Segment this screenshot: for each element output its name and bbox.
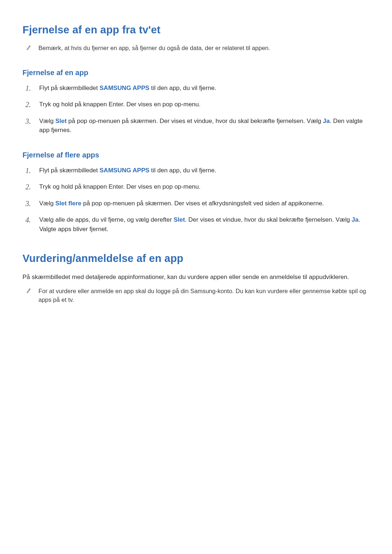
steps-remove-multiple-apps: Flyt på skærmbilledet SAMSUNG APPS til d… (25, 166, 369, 234)
subheading-remove-one-app: Fjernelse af en app (23, 69, 369, 77)
inline-keyword-slet: Slet (173, 216, 185, 223)
step-text: Flyt på skærmbilledet (39, 167, 99, 174)
step-text: Vælg alle de apps, du vil fjerne, og væl… (39, 216, 173, 223)
section-heading-rate-app: Vurdering/anmeldelse af en app (23, 253, 369, 264)
step-item: Flyt på skærmbilledet SAMSUNG APPS til d… (25, 166, 369, 175)
step-item: Vælg Slet på pop op-menuen på skærmen. D… (25, 116, 369, 135)
step-item: Tryk og hold på knappen Enter. Der vises… (25, 100, 369, 109)
step-text: til den app, du vil fjerne. (150, 85, 216, 91)
inline-keyword-slet-flere: Slet flere (55, 200, 81, 207)
step-text: . Der vises et vindue, hvor du skal bekr… (185, 216, 352, 223)
note-rate-app: For at vurdere eller anmelde en app skal… (25, 287, 369, 304)
inline-keyword-samsung-apps: SAMSUNG APPS (99, 85, 149, 91)
pencil-icon (25, 287, 32, 294)
note-text: Bemærk, at hvis du fjerner en app, så fj… (38, 44, 369, 53)
step-item: Flyt på skærmbilledet SAMSUNG APPS til d… (25, 83, 369, 93)
subheading-remove-multiple-apps: Fjernelse af flere apps (23, 151, 369, 159)
document-page: Fjernelse af en app fra tv'et Bemærk, at… (0, 0, 392, 554)
step-text: på pop op-menuen på skærmen. Der vises e… (81, 200, 324, 207)
note-text: For at vurdere eller anmelde en app skal… (38, 287, 369, 304)
step-text: til den app, du vil fjerne. (150, 167, 216, 174)
steps-remove-one-app: Flyt på skærmbilledet SAMSUNG APPS til d… (25, 83, 369, 135)
step-text: Vælg (39, 200, 55, 207)
step-text: Vælg (39, 118, 55, 124)
inline-keyword-ja: Ja (323, 118, 330, 124)
step-text: Tryk og hold på knappen Enter. Der vises… (39, 183, 200, 190)
inline-keyword-slet: Slet (55, 118, 66, 124)
body-text-rate-app: På skærmbilledet med detaljerede appinfo… (23, 272, 369, 282)
note-remove-app: Bemærk, at hvis du fjerner en app, så fj… (25, 44, 369, 53)
step-item: Tryk og hold på knappen Enter. Der vises… (25, 182, 369, 192)
step-text: på pop op-menuen på skærmen. Der vises e… (67, 118, 323, 124)
pencil-icon (25, 44, 32, 50)
inline-keyword-samsung-apps: SAMSUNG APPS (99, 167, 149, 174)
step-item: Vælg alle de apps, du vil fjerne, og væl… (25, 215, 369, 234)
step-text: Flyt på skærmbilledet (39, 85, 99, 91)
step-text: Tryk og hold på knappen Enter. Der vises… (39, 101, 200, 108)
step-item: Vælg Slet flere på pop op-menuen på skær… (25, 199, 369, 208)
section-heading-remove-app: Fjernelse af en app fra tv'et (23, 24, 369, 36)
inline-keyword-ja: Ja (352, 216, 359, 223)
